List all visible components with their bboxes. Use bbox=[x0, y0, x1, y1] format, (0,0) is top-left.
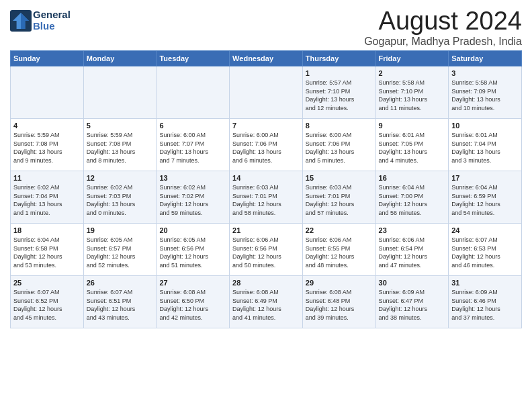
day-number: 3 bbox=[451, 69, 519, 77]
table-row: 13Sunrise: 6:02 AM Sunset: 7:02 PM Dayli… bbox=[157, 171, 230, 224]
day-number: 14 bbox=[232, 174, 300, 182]
table-row: 9Sunrise: 6:01 AM Sunset: 7:05 PM Daylig… bbox=[375, 119, 449, 171]
day-info: Sunrise: 6:06 AM Sunset: 6:54 PM Dayligh… bbox=[379, 236, 446, 269]
day-info: Sunrise: 6:02 AM Sunset: 7:02 PM Dayligh… bbox=[159, 183, 226, 217]
table-row: 6Sunrise: 6:00 AM Sunset: 7:07 PM Daylig… bbox=[157, 119, 230, 171]
header-sunday: Sunday bbox=[11, 51, 84, 66]
table-row: 25Sunrise: 6:07 AM Sunset: 6:52 PM Dayli… bbox=[11, 276, 84, 328]
logo-icon bbox=[10, 10, 32, 32]
calendar-week-row: 18Sunrise: 6:04 AM Sunset: 6:58 PM Dayli… bbox=[11, 224, 522, 276]
day-info: Sunrise: 6:07 AM Sunset: 6:52 PM Dayligh… bbox=[13, 288, 81, 322]
day-number: 16 bbox=[379, 174, 446, 182]
table-row: 3Sunrise: 5:58 AM Sunset: 7:09 PM Daylig… bbox=[449, 66, 522, 119]
day-info: Sunrise: 6:01 AM Sunset: 7:04 PM Dayligh… bbox=[451, 131, 519, 165]
day-number: 30 bbox=[379, 279, 446, 287]
day-info: Sunrise: 5:59 AM Sunset: 7:08 PM Dayligh… bbox=[13, 131, 81, 165]
day-number: 23 bbox=[379, 226, 446, 234]
day-number: 12 bbox=[87, 174, 154, 182]
subtitle: Gogapur, Madhya Pradesh, India bbox=[364, 36, 522, 48]
calendar-body: 1Sunrise: 5:57 AM Sunset: 7:10 PM Daylig… bbox=[11, 66, 522, 328]
day-info: Sunrise: 6:01 AM Sunset: 7:05 PM Dayligh… bbox=[379, 131, 446, 165]
table-row: 29Sunrise: 6:08 AM Sunset: 6:48 PM Dayli… bbox=[302, 276, 375, 328]
day-info: Sunrise: 6:09 AM Sunset: 6:47 PM Dayligh… bbox=[379, 288, 446, 322]
day-number: 7 bbox=[232, 122, 300, 130]
day-info: Sunrise: 6:09 AM Sunset: 6:46 PM Dayligh… bbox=[451, 288, 519, 322]
table-row: 8Sunrise: 6:00 AM Sunset: 7:06 PM Daylig… bbox=[302, 119, 375, 171]
header-saturday: Saturday bbox=[449, 51, 522, 66]
day-info: Sunrise: 6:03 AM Sunset: 7:01 PM Dayligh… bbox=[306, 183, 373, 217]
day-info: Sunrise: 5:58 AM Sunset: 7:09 PM Dayligh… bbox=[451, 79, 519, 112]
day-info: Sunrise: 6:06 AM Sunset: 6:55 PM Dayligh… bbox=[306, 236, 373, 269]
logo-text: General Blue bbox=[33, 9, 71, 32]
day-number: 17 bbox=[451, 174, 519, 182]
day-number: 21 bbox=[232, 226, 300, 234]
table-row bbox=[230, 66, 303, 119]
table-row: 11Sunrise: 6:02 AM Sunset: 7:04 PM Dayli… bbox=[11, 171, 84, 224]
table-row: 28Sunrise: 6:08 AM Sunset: 6:49 PM Dayli… bbox=[230, 276, 303, 328]
title-block: August 2024 Gogapur, Madhya Pradesh, Ind… bbox=[364, 7, 522, 48]
table-row: 23Sunrise: 6:06 AM Sunset: 6:54 PM Dayli… bbox=[375, 224, 449, 276]
table-row: 18Sunrise: 6:04 AM Sunset: 6:58 PM Dayli… bbox=[11, 224, 84, 276]
day-number: 5 bbox=[87, 122, 154, 130]
day-number: 4 bbox=[13, 122, 81, 130]
header-friday: Friday bbox=[375, 51, 449, 66]
day-number: 22 bbox=[306, 226, 373, 234]
table-row: 14Sunrise: 6:03 AM Sunset: 7:01 PM Dayli… bbox=[230, 171, 303, 224]
table-row: 24Sunrise: 6:07 AM Sunset: 6:53 PM Dayli… bbox=[449, 224, 522, 276]
day-info: Sunrise: 6:08 AM Sunset: 6:50 PM Dayligh… bbox=[159, 288, 226, 322]
day-number: 29 bbox=[306, 279, 373, 287]
table-row: 15Sunrise: 6:03 AM Sunset: 7:01 PM Dayli… bbox=[302, 171, 375, 224]
calendar-table: Sunday Monday Tuesday Wednesday Thursday… bbox=[10, 50, 522, 328]
table-row: 22Sunrise: 6:06 AM Sunset: 6:55 PM Dayli… bbox=[302, 224, 375, 276]
day-number: 20 bbox=[159, 226, 226, 234]
table-row: 10Sunrise: 6:01 AM Sunset: 7:04 PM Dayli… bbox=[449, 119, 522, 171]
table-row bbox=[157, 66, 230, 119]
table-row: 7Sunrise: 6:00 AM Sunset: 7:06 PM Daylig… bbox=[230, 119, 303, 171]
day-info: Sunrise: 6:07 AM Sunset: 6:51 PM Dayligh… bbox=[87, 288, 154, 322]
day-number: 18 bbox=[13, 226, 81, 234]
day-info: Sunrise: 6:00 AM Sunset: 7:06 PM Dayligh… bbox=[232, 131, 300, 165]
table-row: 12Sunrise: 6:02 AM Sunset: 7:03 PM Dayli… bbox=[83, 171, 157, 224]
day-number: 8 bbox=[306, 122, 373, 130]
table-row bbox=[83, 66, 157, 119]
table-row: 2Sunrise: 5:58 AM Sunset: 7:10 PM Daylig… bbox=[375, 66, 449, 119]
day-info: Sunrise: 6:08 AM Sunset: 6:48 PM Dayligh… bbox=[306, 288, 373, 322]
day-number: 1 bbox=[306, 69, 373, 77]
page-container: General Blue August 2024 Gogapur, Madhya… bbox=[0, 0, 532, 335]
main-title: August 2024 bbox=[364, 7, 522, 36]
day-info: Sunrise: 5:59 AM Sunset: 7:08 PM Dayligh… bbox=[87, 131, 154, 165]
day-number: 31 bbox=[451, 279, 519, 287]
calendar-week-row: 25Sunrise: 6:07 AM Sunset: 6:52 PM Dayli… bbox=[11, 276, 522, 328]
calendar-week-row: 1Sunrise: 5:57 AM Sunset: 7:10 PM Daylig… bbox=[11, 66, 522, 119]
day-info: Sunrise: 6:08 AM Sunset: 6:49 PM Dayligh… bbox=[232, 288, 300, 322]
table-row: 1Sunrise: 5:57 AM Sunset: 7:10 PM Daylig… bbox=[302, 66, 375, 119]
table-row: 16Sunrise: 6:04 AM Sunset: 7:00 PM Dayli… bbox=[375, 171, 449, 224]
header: General Blue August 2024 Gogapur, Madhya… bbox=[10, 7, 522, 48]
table-row: 27Sunrise: 6:08 AM Sunset: 6:50 PM Dayli… bbox=[157, 276, 230, 328]
table-row: 21Sunrise: 6:06 AM Sunset: 6:56 PM Dayli… bbox=[230, 224, 303, 276]
day-number: 6 bbox=[159, 122, 226, 130]
day-number: 10 bbox=[451, 122, 519, 130]
day-info: Sunrise: 6:02 AM Sunset: 7:03 PM Dayligh… bbox=[87, 183, 154, 217]
day-number: 27 bbox=[159, 279, 226, 287]
day-info: Sunrise: 6:00 AM Sunset: 7:06 PM Dayligh… bbox=[306, 131, 373, 165]
header-tuesday: Tuesday bbox=[157, 51, 230, 66]
day-number: 2 bbox=[379, 69, 446, 77]
day-number: 24 bbox=[451, 226, 519, 234]
day-info: Sunrise: 5:57 AM Sunset: 7:10 PM Dayligh… bbox=[306, 79, 373, 112]
day-number: 13 bbox=[159, 174, 226, 182]
day-info: Sunrise: 6:05 AM Sunset: 6:56 PM Dayligh… bbox=[159, 236, 226, 269]
day-number: 28 bbox=[232, 279, 300, 287]
table-row: 20Sunrise: 6:05 AM Sunset: 6:56 PM Dayli… bbox=[157, 224, 230, 276]
day-info: Sunrise: 5:58 AM Sunset: 7:10 PM Dayligh… bbox=[379, 79, 446, 112]
day-info: Sunrise: 6:02 AM Sunset: 7:04 PM Dayligh… bbox=[13, 183, 81, 217]
table-row: 4Sunrise: 5:59 AM Sunset: 7:08 PM Daylig… bbox=[11, 119, 84, 171]
day-info: Sunrise: 6:06 AM Sunset: 6:56 PM Dayligh… bbox=[232, 236, 300, 269]
day-number: 25 bbox=[13, 279, 81, 287]
day-info: Sunrise: 6:04 AM Sunset: 7:00 PM Dayligh… bbox=[379, 183, 446, 217]
day-number: 15 bbox=[306, 174, 373, 182]
day-info: Sunrise: 6:00 AM Sunset: 7:07 PM Dayligh… bbox=[159, 131, 226, 165]
table-row: 31Sunrise: 6:09 AM Sunset: 6:46 PM Dayli… bbox=[449, 276, 522, 328]
header-thursday: Thursday bbox=[302, 51, 375, 66]
calendar-week-row: 4Sunrise: 5:59 AM Sunset: 7:08 PM Daylig… bbox=[11, 119, 522, 171]
